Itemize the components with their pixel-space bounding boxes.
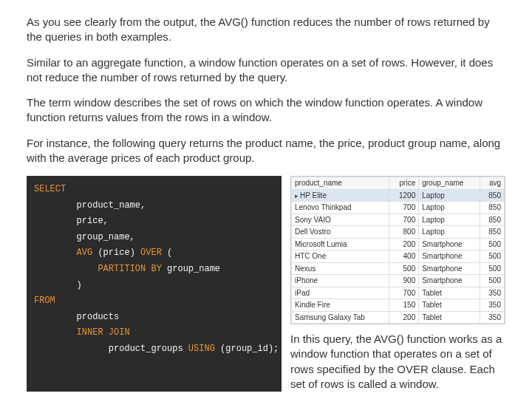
- cell-product-name: HP Elite: [292, 189, 389, 202]
- kw-partition: PARTITION BY: [98, 264, 161, 274]
- cell-product-name: Dell Vostro: [292, 226, 389, 239]
- cell-product-name: Nexus: [292, 262, 389, 275]
- cell-avg: 850: [480, 214, 505, 226]
- cell-group: Smartphone: [419, 275, 480, 287]
- kw-avg: AVG: [77, 248, 93, 258]
- sql-over-open: (: [162, 248, 172, 258]
- result-table-wrap: product_name price group_name avg HP Eli…: [290, 176, 505, 324]
- sql-tbl1: products: [77, 312, 120, 322]
- cell-product-name: iPhone: [292, 275, 389, 287]
- cell-price: 500: [389, 262, 419, 275]
- paragraph-3: The term window describes the set of row…: [27, 95, 505, 126]
- cell-price: 700: [389, 214, 419, 226]
- kw-select: SELECT: [34, 184, 66, 194]
- paragraph-2: Similar to an aggregate function, a wind…: [27, 55, 505, 86]
- cell-avg: 350: [480, 311, 505, 324]
- paragraph-4: For instance, the following query return…: [27, 136, 505, 166]
- result-table: product_name price group_name avg HP Eli…: [291, 177, 505, 324]
- cell-avg: 350: [480, 287, 505, 299]
- cell-price: 200: [389, 238, 419, 250]
- cell-avg: 500: [480, 250, 505, 263]
- table-row: Sony VAIO700Laptop850: [292, 214, 505, 226]
- kw-from: FROM: [34, 296, 55, 306]
- sql-using-arg: (group_id);: [215, 344, 279, 354]
- cell-product-name: Microsoft Lumia: [292, 238, 389, 250]
- cell-price: 900: [389, 275, 419, 287]
- cell-avg: 500: [480, 238, 505, 250]
- table-row: Nexus500Smartphone500: [292, 262, 505, 275]
- sql-col2: price,: [77, 216, 109, 226]
- cell-group: Tablet: [419, 299, 480, 312]
- cell-product-name: Lenovo Thinkpad: [292, 202, 389, 214]
- cell-price: 800: [389, 226, 419, 239]
- explanation-text: In this query, the AVG() function works …: [290, 332, 505, 392]
- table-row: Dell Vostro800Laptop850: [292, 226, 505, 239]
- table-row: iPhone900Smartphone500: [292, 275, 505, 287]
- sql-col3: group_name,: [77, 232, 135, 242]
- cell-product-name: Samsung Galaxy Tab: [292, 311, 389, 324]
- table-row: Samsung Galaxy Tab200Tablet350: [292, 311, 505, 324]
- content-row: SELECT product_name, price, group_name, …: [27, 176, 505, 392]
- cell-avg: 350: [480, 299, 505, 312]
- cell-group: Laptop: [419, 202, 480, 214]
- cell-avg: 500: [480, 262, 505, 275]
- cell-group: Smartphone: [419, 238, 480, 250]
- cell-group: Tablet: [419, 287, 480, 299]
- cell-price: 700: [389, 202, 419, 214]
- cell-group: Laptop: [419, 226, 480, 239]
- table-row: Microsoft Lumia200Smartphone500: [292, 238, 505, 250]
- right-column: product_name price group_name avg HP Eli…: [290, 176, 505, 392]
- table-header-row: product_name price group_name avg: [292, 177, 505, 190]
- sql-close-paren: ): [77, 280, 82, 290]
- sql-code-block: SELECT product_name, price, group_name, …: [27, 176, 282, 392]
- kw-inner: INNER JOIN: [77, 327, 130, 338]
- cell-price: 150: [389, 299, 419, 312]
- cell-price: 400: [389, 250, 419, 263]
- table-row: iPad700Tablet350: [292, 287, 505, 299]
- cell-group: Smartphone: [419, 262, 480, 275]
- cell-product-name: HTC One: [292, 250, 389, 263]
- paragraph-1: As you see clearly from the output, the …: [27, 15, 505, 45]
- sql-tbl2: product_groups: [109, 344, 188, 354]
- th-avg: avg: [480, 177, 505, 190]
- cell-avg: 850: [480, 189, 505, 202]
- cell-group: Smartphone: [419, 250, 480, 263]
- cell-product-name: Kindle Fire: [292, 299, 389, 312]
- table-row: Kindle Fire150Tablet350: [292, 299, 505, 312]
- cell-group: Laptop: [419, 189, 480, 202]
- cell-price: 1200: [389, 189, 419, 202]
- table-row: HTC One400Smartphone500: [292, 250, 505, 263]
- cell-product-name: iPad: [292, 287, 389, 299]
- cell-price: 700: [389, 287, 419, 299]
- cell-avg: 850: [480, 202, 505, 214]
- cell-group: Tablet: [419, 311, 480, 324]
- th-group-name: group_name: [419, 177, 480, 190]
- sql-avg-arg: (price): [92, 248, 140, 258]
- cell-avg: 850: [480, 226, 505, 239]
- kw-over: OVER: [140, 248, 162, 258]
- th-product-name: product_name: [292, 177, 389, 190]
- cell-group: Laptop: [419, 214, 480, 226]
- cell-product-name: Sony VAIO: [292, 214, 389, 226]
- th-price: price: [389, 177, 419, 190]
- cell-avg: 500: [480, 275, 505, 287]
- kw-using: USING: [188, 344, 215, 354]
- sql-partition-col: group_name: [162, 264, 220, 274]
- cell-price: 200: [389, 311, 419, 324]
- sql-col1: product_name,: [77, 200, 146, 211]
- table-row: HP Elite1200Laptop850: [292, 189, 505, 202]
- table-row: Lenovo Thinkpad700Laptop850: [292, 202, 505, 214]
